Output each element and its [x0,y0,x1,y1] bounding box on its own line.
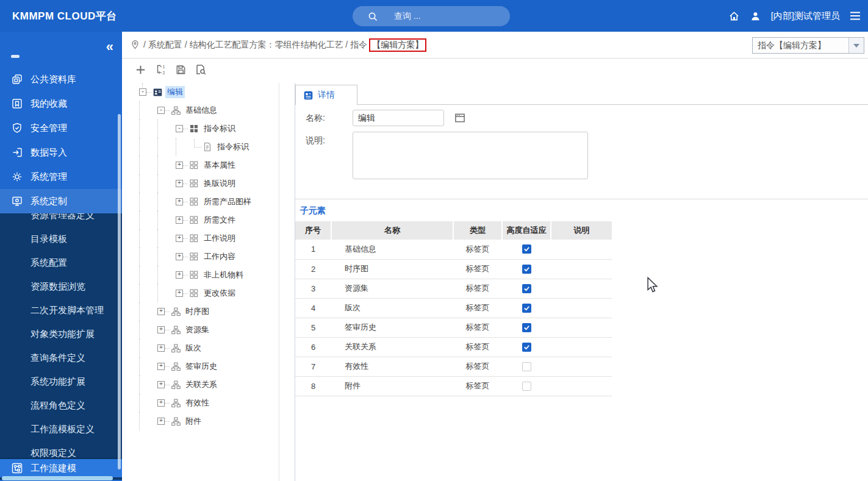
submenu-item-5[interactable]: 对象类功能扩展 [0,322,122,346]
sidebar-item-3[interactable]: 数据导入 [0,140,122,165]
tree-node-label[interactable]: 版次 [184,342,203,354]
preview-button[interactable] [193,63,208,78]
tree-expander-plus[interactable]: + [157,344,165,352]
tab-details[interactable]: 详情 [295,85,357,105]
menu-icon[interactable] [850,11,861,21]
height-fit-checkbox[interactable] [522,284,531,293]
order-icon: 12 [154,63,167,78]
sidebar-collapse-button[interactable]: « [106,40,113,54]
tree-expander-plus[interactable]: + [157,326,165,333]
add-button[interactable] [133,63,148,78]
submenu-item-1[interactable]: 目录模板 [0,227,122,251]
tree-expander-plus[interactable]: + [157,308,165,315]
doc-icon [203,142,213,152]
table-row[interactable]: 6关联关系标签页 [295,337,612,357]
submenu-item-6[interactable]: 查询条件定义 [0,346,122,370]
tree-expander-plus[interactable]: + [176,253,183,260]
user-icon[interactable] [750,10,761,22]
table-row[interactable]: 3资源集标签页 [295,279,612,298]
table-row[interactable]: 4版次标签页 [295,298,612,318]
name-label: 名称: [306,113,325,124]
submenu-item-9[interactable]: 工作流模板定义 [0,418,122,441]
breadcrumb-highlighted-segment[interactable]: 【编辑方案】 [369,38,426,52]
tree-expander-plus[interactable]: + [157,363,165,370]
child-elements-section-title[interactable]: 子元素 [300,205,868,216]
tree-node-label[interactable]: 工作说明 [202,232,237,244]
submenu-item-7[interactable]: 系统功能扩展 [0,370,122,394]
tree-node-label[interactable]: 资源集 [184,324,211,336]
table-row[interactable]: 7有效性标签页 [295,357,612,376]
tree-expander-plus[interactable]: + [176,162,183,169]
breadcrumb[interactable]: / 系统配置 / 结构化工艺配置方案：零组件结构化工艺 / 指令 [143,40,367,51]
sidebar-item-1[interactable]: 我的收藏 [0,91,122,116]
tree-expander-minus[interactable]: - [157,107,165,114]
tree-expander-plus[interactable]: + [176,235,183,242]
table-row[interactable]: 2时序图标签页 [295,259,612,279]
tree-expander-plus[interactable]: + [176,198,183,205]
save-button[interactable] [173,63,188,78]
tree-node-label[interactable]: 换版说明 [202,177,237,190]
home-icon[interactable] [728,10,740,22]
height-fit-checkbox[interactable] [522,323,531,332]
submenu-item-0[interactable]: 资源管理器定义 [0,213,122,227]
sidebar-vertical-scrollbar[interactable] [118,114,121,469]
name-input[interactable] [353,110,444,126]
tree-node-label[interactable]: 非上机物料 [202,269,245,281]
tree-node-label[interactable]: 所需产品图样 [202,196,253,208]
current-user-label[interactable]: [内部]测试管理员 [771,10,840,22]
tree-node-label[interactable]: 附件 [184,415,203,427]
table-row[interactable]: 1基础信息标签页 [295,240,612,259]
height-fit-checkbox[interactable] [522,382,531,391]
tree-node-label[interactable]: 基础信息 [184,104,219,116]
table-row[interactable]: 8附件标签页 [295,376,612,396]
height-fit-checkbox[interactable] [522,244,531,254]
tree-expander-plus[interactable]: + [157,381,165,388]
tree-node-label[interactable]: 编辑 [165,86,185,98]
tree-node-label[interactable]: 指令标识 [215,141,251,153]
tree-node-label[interactable]: 关联关系 [184,379,219,391]
tree-node-label[interactable]: 基本属性 [202,159,237,171]
tree-expander-plus[interactable]: + [176,180,183,187]
sidebar-item-4[interactable]: 系统管理 [0,165,122,189]
submenu-item-3[interactable]: 资源数据浏览 [0,275,122,299]
table-row[interactable]: 5签审历史标签页 [295,318,612,337]
cell-desc [551,298,612,318]
tree-expander-plus[interactable]: + [176,271,183,279]
height-fit-checkbox[interactable] [522,362,531,371]
sidebar-item-workflow-modeling[interactable]: 工作流建模 [0,459,122,477]
clipped-item-fragment [11,55,20,58]
tree-expander-plus[interactable]: + [157,418,165,425]
view-selector-dropdown[interactable]: 指令【编辑方案】 [752,37,864,54]
window-picker-icon[interactable] [454,112,466,126]
global-search-input[interactable]: 查询 ... [353,6,510,26]
submenu-item-4[interactable]: 二次开发脚本管理 [0,299,122,322]
sidebar-item-0[interactable]: 公共资料库 [0,67,122,91]
breadcrumb-bar: / 系统配置 / 结构化工艺配置方案：零组件结构化工艺 / 指令 【编辑方案】 … [122,32,868,59]
height-fit-checkbox[interactable] [522,265,531,274]
search-placeholder: 查询 ... [394,11,421,22]
tree-node-label[interactable]: 指令标识 [202,123,237,135]
tree-node-label[interactable]: 签审历史 [184,360,219,372]
tree-node-label[interactable]: 时序图 [184,305,211,318]
tree-node-label[interactable]: 更改依据 [202,287,237,299]
tree-node-label[interactable]: 所需文件 [202,214,237,226]
tree-node-label[interactable]: 工作内容 [202,251,237,263]
submenu-item-2[interactable]: 系统配置 [0,251,122,275]
detail-tabbar: 详情 [295,85,868,105]
sidebar-horizontal-scrollbar[interactable] [2,476,113,480]
tree-expander-minus[interactable]: - [139,88,146,96]
tree-expander-plus[interactable]: + [176,290,183,297]
tree-expander-minus[interactable]: - [176,125,183,132]
chevron-down-icon[interactable] [848,38,864,53]
sidebar-item-2[interactable]: 安全管理 [0,116,122,140]
submenu-item-8[interactable]: 流程角色定义 [0,394,122,418]
description-textarea[interactable] [353,132,588,179]
sidebar-item-5[interactable]: 系统定制 [0,189,122,213]
order-button[interactable]: 12 [153,63,168,78]
tree-expander-plus[interactable]: + [176,216,183,224]
height-fit-checkbox[interactable] [522,304,531,313]
height-fit-checkbox[interactable] [522,343,531,352]
tree-node-label[interactable]: 有效性 [184,397,211,409]
cell-type: 标签页 [453,240,502,259]
tree-expander-plus[interactable]: + [157,399,165,407]
